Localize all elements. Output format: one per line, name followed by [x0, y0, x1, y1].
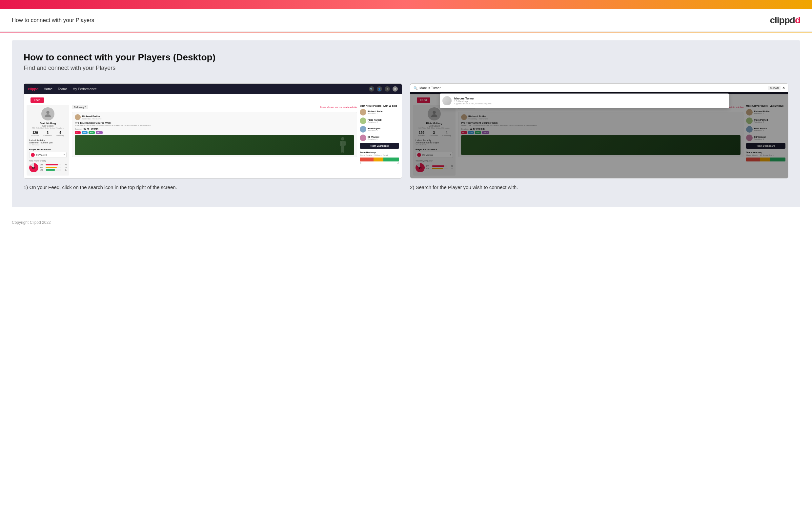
activity-photo	[75, 135, 354, 155]
search-bar[interactable]: 🔍 Marcus Turner CLEAR ×	[410, 84, 788, 92]
latest-activity-label: Latest Activity	[29, 139, 66, 141]
search-result-item[interactable]: Marcus Turner 1.5 Handicap Cypress Point…	[442, 96, 726, 105]
following-row: Following ▾ Control who can see your act…	[72, 105, 357, 109]
profile-club-1: Mill Ride Golf Club, United Kingdom	[29, 127, 66, 129]
tag-arg: ARG	[89, 131, 95, 134]
header-divider	[0, 32, 812, 33]
activity-user-avatar	[75, 114, 81, 120]
footer: Copyright Clippd 2022	[0, 215, 812, 230]
profile-avatar-1	[41, 107, 54, 120]
following-btn[interactable]: Following ▾	[72, 105, 88, 109]
copyright: Copyright Clippd 2022	[12, 220, 51, 225]
player-avatar-4	[360, 134, 366, 141]
search-result-avatar	[442, 96, 451, 105]
player-item-2: Piers Parnell Activities: 4	[360, 118, 399, 124]
tag-ott: OTT	[75, 131, 81, 134]
player-item-4: Eli Vincent Activities: 1	[360, 134, 399, 141]
caption-2: 2) Search for the Player you wish to con…	[410, 178, 789, 191]
player-item-3: Hiral Pujara Activities: 3	[360, 126, 399, 133]
page-title: How to connect with your Players	[12, 17, 94, 24]
stat-activities: 129 Activities	[32, 131, 39, 136]
screenshot-box-2: clippd Home Teams My Performance 🔍 👤 ⚙ B	[410, 83, 789, 178]
player-acts-4: Activities: 1	[368, 138, 379, 140]
feed-tab[interactable]: Feed	[31, 97, 44, 103]
avatar-icon[interactable]: B	[392, 86, 398, 92]
search-result-name: Marcus Turner	[454, 97, 491, 100]
tpq-bar-app: APP 70	[40, 166, 66, 168]
player-select-arrow: ▾	[64, 154, 65, 156]
player-avatar-3	[360, 126, 366, 133]
heatmap-trend: Player Quality · 20 Round Trend	[360, 154, 399, 156]
left-panel-1: Blair McHarg Golf Coach Mill Ride Golf C…	[27, 105, 69, 176]
activity-date: Yesterday · The Grove	[82, 118, 102, 120]
section-title: How to connect with your Players (Deskto…	[23, 52, 789, 63]
search-bar-icon: 🔍	[414, 86, 418, 90]
screenshot-col-1: clippd Home Teams My Performance 🔍 👤 ⚙ B	[23, 83, 402, 191]
search-icon[interactable]: 🔍	[369, 86, 374, 92]
app-nav-1: clippd Home Teams My Performance 🔍 👤 ⚙ B	[24, 84, 402, 94]
tpq-bar-arg: ARG 61	[40, 169, 66, 171]
tpq-row: 84 OTT 79 APP	[29, 163, 66, 172]
screenshot-box-1: clippd Home Teams My Performance 🔍 👤 ⚙ B	[23, 83, 402, 178]
settings-icon[interactable]: ⚙	[385, 86, 390, 92]
nav-item-teams[interactable]: Teams	[58, 87, 67, 91]
search-result-dropdown[interactable]: Marcus Turner 1.5 Handicap Cypress Point…	[440, 93, 729, 108]
heatmap-bar	[360, 158, 399, 162]
player-select-1[interactable]: Eli Vincent ▾	[29, 152, 66, 158]
player-acts-1: Activities: 7	[368, 113, 383, 115]
nav-item-home[interactable]: Home	[44, 87, 52, 91]
player-name-3: Hiral Pujara	[368, 127, 380, 130]
activity-user-name: Richard Butler	[82, 115, 102, 118]
tpq-bar-ott: OTT 79	[40, 164, 66, 166]
player-avatar-1	[360, 109, 366, 116]
activity-desc: Walking the course with my coach to buil…	[75, 124, 354, 126]
player-select-name: Eli Vincent	[36, 154, 62, 156]
profile-role-1: Golf Coach	[29, 125, 66, 127]
player-name-2: Piers Parnell	[368, 119, 381, 121]
most-active-title: Most Active Players - Last 30 days	[360, 105, 399, 107]
user-icon[interactable]: 👤	[377, 86, 382, 92]
control-link[interactable]: Control who can see your activity and da…	[320, 106, 357, 108]
tpq-label: Total Player Quality	[29, 160, 66, 162]
player-acts-2: Activities: 4	[368, 121, 381, 123]
profile-name-1: Blair McHarg	[29, 122, 66, 125]
latest-activity-date: 27 Jul 2022	[29, 144, 66, 146]
app-mockup-1: clippd Home Teams My Performance 🔍 👤 ⚙ B	[24, 84, 402, 178]
app-body-1: Blair McHarg Golf Coach Mill Ride Golf C…	[24, 103, 402, 177]
screenshots-row: clippd Home Teams My Performance 🔍 👤 ⚙ B	[23, 83, 789, 191]
logo: clippdd	[770, 15, 800, 26]
nav-logo-1: clippd	[28, 87, 38, 91]
search-close-btn[interactable]: ×	[782, 86, 785, 90]
latest-activity-value: Afternoon round of golf	[29, 141, 66, 144]
team-dashboard-btn[interactable]: Team Dashboard	[360, 143, 399, 149]
svg-rect-2	[341, 141, 344, 147]
search-result-handicap: 1.5 Handicap	[454, 100, 491, 102]
svg-rect-3	[340, 141, 341, 146]
team-heatmap-label: Team Heatmap	[360, 151, 399, 154]
tag-putt: PUTT	[96, 131, 103, 134]
player-avatar-2	[360, 118, 366, 124]
header: How to connect with your Players clippdd	[0, 9, 812, 32]
nav-icons-1: 🔍 👤 ⚙ B	[369, 86, 398, 92]
right-panel-1: Most Active Players - Last 30 days Richa…	[360, 105, 399, 176]
svg-point-1	[341, 137, 344, 140]
activity-meta: Duration 02 hr : 00 min	[75, 128, 354, 130]
player-performance-label-1: Player Performance	[29, 148, 66, 151]
tpq-bars: OTT 79 APP 70	[40, 164, 66, 172]
svg-rect-5	[341, 147, 343, 153]
activity-title: Pre Tournament Course Walk	[75, 121, 354, 124]
caption-1: 1) On your Feed, click on the search ico…	[23, 178, 402, 191]
player-name-4: Eli Vincent	[368, 136, 379, 138]
feed-tab-container: Feed	[24, 94, 402, 103]
top-bar	[0, 0, 812, 9]
search-clear-btn[interactable]: CLEAR	[768, 86, 780, 90]
nav-item-my-performance[interactable]: My Performance	[73, 87, 97, 91]
middle-panel-1: Following ▾ Control who can see your act…	[72, 105, 357, 176]
svg-point-0	[46, 111, 49, 114]
screenshot-col-2: clippd Home Teams My Performance 🔍 👤 ⚙ B	[410, 83, 789, 191]
svg-rect-4	[344, 141, 346, 146]
search-input-display[interactable]: Marcus Turner	[420, 86, 766, 90]
search-result-club: Cypress Point Club, United Kingdom	[454, 102, 491, 105]
tpq-circle: 84	[29, 163, 38, 172]
player-item-1: Richard Butler Activities: 7	[360, 109, 399, 116]
